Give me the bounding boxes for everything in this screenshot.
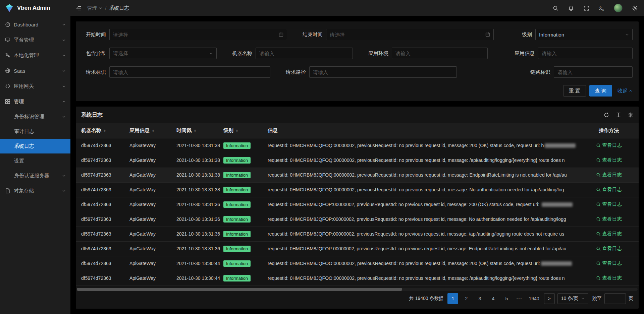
jump-page-input[interactable] <box>604 293 626 304</box>
column-height-icon[interactable] <box>616 112 621 118</box>
log-message-text: requestId: 0HMCRBM8JQFOQ:00000002, previ… <box>268 158 565 163</box>
machine-name-text-input[interactable] <box>259 51 349 56</box>
cell-app-info: ApiGateWay <box>126 212 173 227</box>
sidebar-item-localization-management[interactable]: 本地化管理 <box>0 48 70 63</box>
request-path-text-input[interactable] <box>313 69 453 75</box>
level-badge: Information <box>223 216 251 223</box>
sort-icon[interactable]: ▲▼ <box>194 129 196 132</box>
table-row[interactable]: df5974d72363ApiGateWay2021-10-30 13:30:4… <box>76 271 639 286</box>
table-row[interactable]: df5974d72363ApiGateWay2021-10-30 13:31:3… <box>76 241 639 256</box>
page-button-5[interactable]: 5 <box>501 293 512 304</box>
query-button[interactable]: 查 询 <box>589 85 612 97</box>
cell-message: requestId: 0HMCRBM8JQFOQ:00000002, previ… <box>264 168 579 182</box>
sidebar-item-identity-management[interactable]: 身份标识管理 <box>0 109 70 124</box>
app-environment-text-input[interactable] <box>395 51 484 56</box>
request-id-input[interactable] <box>109 66 270 78</box>
collapse-link[interactable]: 收起 <box>618 88 633 94</box>
app-environment-input[interactable] <box>392 48 488 59</box>
translate-icon[interactable]: 文A <box>598 5 605 11</box>
request-path-input[interactable] <box>309 66 457 78</box>
table-row[interactable]: df5974d72363ApiGateWay2021-10-30 13:31:3… <box>76 182 639 197</box>
column-header[interactable]: 应用信息▲▼ <box>126 123 173 138</box>
field-label: 请求标识 <box>82 69 106 75</box>
next-page-button[interactable]: > <box>544 293 555 304</box>
sidebar-item-management[interactable]: 管理 <box>0 94 70 109</box>
settings-gear-icon[interactable] <box>631 5 638 11</box>
column-header[interactable]: 时间戳▲▼ <box>173 123 220 138</box>
table-row[interactable]: df5974d72363ApiGateWay2021-10-30 13:31:3… <box>76 168 639 182</box>
cell-timestamp: 2021-10-30 13:31:36 <box>173 212 220 227</box>
app-info-text-input[interactable] <box>542 51 629 56</box>
search-icon[interactable] <box>552 5 559 11</box>
page-size-select[interactable]: 10 条/页 <box>557 293 588 304</box>
view-log-link[interactable]: 查看日志 <box>596 142 622 148</box>
sidebar-item-object-storage[interactable]: 对象存储 <box>0 183 70 198</box>
view-log-link[interactable]: 查看日志 <box>596 186 622 193</box>
horizontal-scrollbar-thumb[interactable] <box>77 288 402 291</box>
refresh-icon[interactable] <box>604 112 609 118</box>
sort-icon[interactable]: ▲▼ <box>104 129 106 132</box>
sidebar-item-saas[interactable]: Saas <box>0 63 70 78</box>
column-header[interactable]: 级别▲▼ <box>220 123 264 138</box>
view-log-link[interactable]: 查看日志 <box>596 172 622 178</box>
sidebar-item-app-gateway[interactable]: 应用网关 <box>0 78 70 94</box>
sidebar-item-platform-management[interactable]: 平台管理 <box>0 32 70 48</box>
sidebar-item-audit-logs[interactable]: 审计日志 <box>0 124 70 139</box>
cell-machine-name: df5974d72363 <box>76 212 126 227</box>
page-button-1[interactable]: 1 <box>447 293 458 304</box>
app-info-input[interactable] <box>538 48 633 59</box>
table-row[interactable]: df5974d72363ApiGateWay2021-10-30 13:31:3… <box>76 197 639 212</box>
log-message-text: requestId: 0HMCRBM8JQFOP:00000002, previ… <box>268 231 564 237</box>
view-log-link[interactable]: 查看日志 <box>596 201 622 207</box>
include-exception-select[interactable]: 请选择 <box>109 48 217 59</box>
sidebar-fold-icon[interactable] <box>75 5 82 11</box>
sidebar-item-settings[interactable]: 设置 <box>0 153 70 168</box>
horizontal-scrollbar-track[interactable] <box>77 288 638 291</box>
start-time-text-input[interactable] <box>113 32 277 38</box>
view-log-link[interactable]: 查看日志 <box>596 231 622 237</box>
sort-icon[interactable]: ▲▼ <box>152 129 154 132</box>
end-time-text-input[interactable] <box>330 32 483 38</box>
page-button-2[interactable]: 2 <box>461 293 472 304</box>
table-row[interactable]: df5974d72363ApiGateWay2021-10-30 13:31:3… <box>76 212 639 227</box>
start-time-input[interactable] <box>109 29 287 40</box>
page-size-value: 10 条/页 <box>561 296 578 302</box>
page-button-4[interactable]: 4 <box>488 293 498 304</box>
table-row[interactable]: df5974d72363ApiGateWay2021-10-30 13:31:3… <box>76 138 639 153</box>
machine-name-input[interactable] <box>256 48 353 59</box>
view-log-link[interactable]: 查看日志 <box>596 275 622 281</box>
page-button-1940[interactable]: 1940 <box>527 293 541 304</box>
sort-icon[interactable]: ▲▼ <box>236 129 238 132</box>
table-row[interactable]: df5974d72363ApiGateWay2021-10-30 13:31:3… <box>76 153 639 168</box>
trace-id-text-input[interactable] <box>557 69 629 75</box>
chevron-down-icon <box>62 38 66 42</box>
breadcrumb-parent[interactable]: 管理 <box>87 5 102 11</box>
sidebar-item-dashboard[interactable]: Dashboard <box>0 17 70 32</box>
table-row[interactable]: df5974d72363ApiGateWay2021-10-30 13:31:3… <box>76 227 639 241</box>
logo[interactable]: Vben Admin <box>0 0 70 16</box>
view-log-link[interactable]: 查看日志 <box>596 216 622 222</box>
user-avatar[interactable] <box>614 4 623 12</box>
sidebar-item-system-logs[interactable]: 系统日志 <box>0 139 70 153</box>
table-settings-icon[interactable] <box>628 112 633 118</box>
request-id-text-input[interactable] <box>113 69 267 75</box>
column-header[interactable]: 机器名称▲▼ <box>76 123 126 138</box>
trace-id-input[interactable] <box>554 66 633 78</box>
chevron-down-icon <box>581 297 585 300</box>
field-label: 级别 <box>508 32 532 38</box>
page-button-3[interactable]: 3 <box>474 293 485 304</box>
view-log-link[interactable]: 查看日志 <box>596 157 622 163</box>
view-log-label: 查看日志 <box>602 201 622 207</box>
column-label: 级别 <box>223 127 233 134</box>
cell-actions: 查看日志 <box>579 271 639 286</box>
level-select[interactable]: Information <box>535 29 633 40</box>
notification-bell-icon[interactable] <box>568 5 574 11</box>
redacted-text <box>545 143 576 148</box>
fullscreen-icon[interactable] <box>583 5 590 11</box>
table-row[interactable]: df5974d72363ApiGateWay2021-10-30 13:30:4… <box>76 256 639 271</box>
view-log-link[interactable]: 查看日志 <box>596 260 622 266</box>
reset-button[interactable]: 重 置 <box>563 85 586 97</box>
end-time-input[interactable] <box>326 29 494 40</box>
sidebar-item-auth-server[interactable]: 身份认证服务器 <box>0 168 70 183</box>
view-log-link[interactable]: 查看日志 <box>596 245 622 252</box>
